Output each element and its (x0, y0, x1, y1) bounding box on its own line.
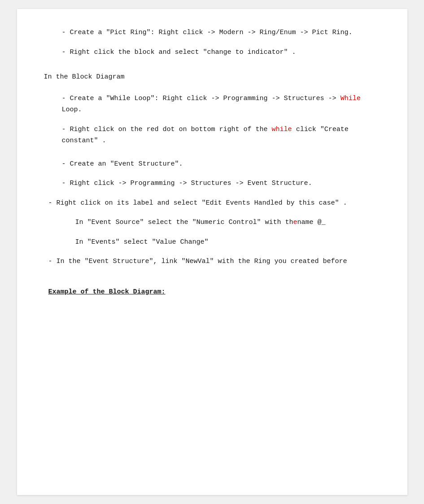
line-pict-ring: - Create a "Pict Ring": Right click -> M… (44, 27, 380, 39)
text-change-indicator: - Right click the block and select "chan… (62, 48, 296, 56)
block-diagram-header: In the Block Diagram (44, 71, 380, 83)
text-red-dot-part2: click "Create (296, 126, 349, 133)
text-edit-events: - Right click on its label and select "E… (48, 199, 347, 207)
line-event-source: In "Event Source" select the "Numeric Co… (44, 217, 380, 228)
example-label-line: Example of the Block Diagram: (44, 286, 380, 298)
text-event-structure: - Create an "Event Structure". (62, 160, 183, 168)
line-events-value-change: In "Events" select "Value Change" (44, 237, 380, 248)
line-right-click-programming: - Right click -> Programming -> Structur… (44, 178, 380, 189)
text-while-highlight: while (272, 126, 292, 133)
text-while-loop-part3: Loop. (62, 106, 82, 114)
example-label: Example of the Block Diagram: (48, 288, 166, 296)
text-red-dot-part1: - Right click on the red dot on bottom r… (62, 126, 268, 133)
text-event-source-part1: In "Event Source" select the "Numeric Co… (75, 219, 293, 226)
line-event-structure: - Create an "Event Structure". (44, 158, 380, 170)
line-while-loop: - Create a "While Loop": Right click -> … (44, 93, 380, 116)
line-change-indicator: - Right click the block and select "chan… (44, 47, 380, 58)
text-newval-link: - In the "Event Structure", link "NewVal… (48, 258, 347, 265)
text-events-value-change: In "Events" select "Value Change" (75, 238, 209, 246)
text-red-dot-part3: constant" . (62, 137, 106, 145)
text-right-click-programming: - Right click -> Programming -> Structur… (62, 180, 312, 187)
line-edit-events: - Right click on its label and select "E… (44, 197, 380, 209)
line-red-dot: - Right click on the red dot on bottom r… (44, 124, 380, 147)
text-block-diagram: In the Block Diagram (44, 73, 125, 81)
text-while-loop-part1: - Create a "While Loop": Right click -> … (62, 95, 337, 102)
text-event-source-part2: name @_ (297, 219, 326, 226)
text-pict-ring: - Create a "Pict Ring": Right click -> M… (62, 29, 353, 36)
text-event-source-highlight: e (293, 219, 297, 226)
content-area: - Create a "Pict Ring": Right click -> M… (44, 27, 380, 298)
line-newval-link: - In the "Event Structure", link "NewVal… (44, 256, 380, 267)
text-while-loop-while: While (341, 95, 361, 102)
page: - Create a "Pict Ring": Right click -> M… (17, 9, 407, 495)
